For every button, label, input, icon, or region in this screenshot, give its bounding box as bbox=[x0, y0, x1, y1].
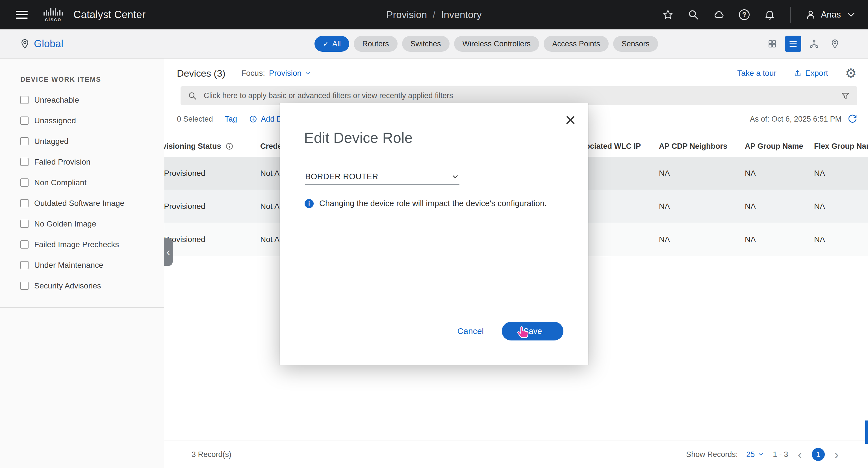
edit-device-role-dialog: × Edit Device Role BORDER ROUTER i Chang… bbox=[280, 103, 588, 365]
show-records-label: Show Records: bbox=[686, 450, 738, 459]
search-placeholder: Click here to apply basic or advanced fi… bbox=[204, 91, 453, 100]
checkbox[interactable] bbox=[20, 178, 29, 187]
checkbox[interactable] bbox=[20, 96, 29, 104]
help-question-glyph: ? bbox=[739, 9, 750, 20]
work-item-outdated-software-image[interactable]: Outdated Software Image bbox=[20, 193, 164, 213]
focus-dropdown[interactable]: Provision bbox=[269, 69, 311, 78]
current-page-button[interactable]: 1 bbox=[812, 448, 825, 461]
filter-search-input[interactable]: Click here to apply basic or advanced fi… bbox=[181, 86, 857, 105]
work-item-failed-image-prechecks[interactable]: Failed Image Prechecks bbox=[20, 234, 164, 255]
cloud-icon[interactable] bbox=[712, 8, 725, 21]
cell-flex-group-name: NA bbox=[814, 223, 825, 256]
refresh-icon[interactable] bbox=[848, 114, 857, 124]
export-button[interactable]: Export bbox=[794, 69, 828, 78]
cancel-button[interactable]: Cancel bbox=[458, 326, 484, 336]
info-icon[interactable] bbox=[225, 142, 234, 150]
column-label: Provisioning Status bbox=[164, 142, 221, 151]
filter-pill-sensors[interactable]: Sensors bbox=[613, 36, 658, 52]
breadcrumb-provision[interactable]: Provision bbox=[386, 9, 427, 20]
site-selector-global[interactable]: Global bbox=[20, 38, 63, 50]
breadcrumb-separator: / bbox=[433, 9, 435, 20]
search-icon[interactable] bbox=[687, 8, 700, 21]
notifications-bell-icon[interactable] bbox=[763, 8, 776, 21]
checkbox[interactable] bbox=[20, 199, 29, 207]
filter-pill-label: All bbox=[332, 39, 341, 48]
chevron-down-icon bbox=[451, 173, 459, 181]
next-page-icon[interactable]: › bbox=[833, 448, 840, 461]
filter-pill-access-points[interactable]: Access Points bbox=[544, 36, 609, 52]
info-icon: i bbox=[305, 199, 314, 208]
cell-ap-group-name: NA bbox=[745, 157, 756, 190]
take-a-tour-link[interactable]: Take a tour bbox=[737, 69, 776, 78]
dialog-info-message: i Changing the device role will impact t… bbox=[305, 199, 547, 208]
column-label: AP Group Name bbox=[745, 142, 803, 151]
list-view-icon[interactable] bbox=[785, 36, 801, 52]
column-provisioning-status[interactable]: Provisioning Status bbox=[164, 136, 234, 157]
grid-view-icon[interactable] bbox=[764, 36, 780, 52]
work-item-non-compliant[interactable]: Non Compliant bbox=[20, 172, 164, 193]
scrollbar-thumb[interactable] bbox=[865, 420, 868, 444]
column-flex-group-name[interactable]: Flex Group Name bbox=[814, 136, 868, 157]
cell-provisioning-status: Not Provisioned bbox=[164, 157, 206, 190]
topology-view-icon[interactable] bbox=[806, 36, 822, 52]
export-icon bbox=[794, 69, 802, 78]
column-ap-cdp-neighbors[interactable]: AP CDP Neighbors bbox=[659, 136, 727, 157]
work-item-label: Unreachable bbox=[34, 95, 79, 105]
menu-icon[interactable] bbox=[16, 8, 28, 21]
dialog-actions: Cancel Save bbox=[458, 322, 563, 341]
checkbox[interactable] bbox=[20, 220, 29, 228]
save-button[interactable]: Save bbox=[502, 322, 563, 341]
close-icon[interactable]: × bbox=[565, 111, 576, 129]
device-role-select[interactable]: BORDER ROUTER bbox=[305, 169, 459, 185]
filter-pill-switches[interactable]: Switches bbox=[402, 36, 450, 52]
dialog-title: Edit Device Role bbox=[304, 129, 412, 146]
column-ap-group-name[interactable]: AP Group Name bbox=[745, 136, 803, 157]
filter-pill-label: Wireless Controllers bbox=[463, 39, 531, 48]
work-item-label: Unassigned bbox=[34, 116, 76, 125]
star-icon[interactable] bbox=[661, 8, 675, 21]
work-item-unreachable[interactable]: Unreachable bbox=[20, 90, 164, 110]
filter-pill-label: Sensors bbox=[622, 39, 650, 48]
cell-provisioning-status: Not Provisioned bbox=[164, 190, 206, 223]
filter-funnel-icon[interactable] bbox=[841, 91, 850, 100]
record-range: 1 - 3 bbox=[773, 450, 788, 459]
chevron-down-icon bbox=[304, 70, 311, 77]
filter-pill-all[interactable]: ✓ All bbox=[314, 36, 349, 52]
work-items-list: Unreachable Unassigned Untagged Failed P… bbox=[20, 90, 164, 296]
checkbox[interactable] bbox=[20, 117, 29, 125]
cell-ap-cdp-neighbors: NA bbox=[659, 223, 670, 256]
user-menu[interactable]: Anas bbox=[805, 9, 857, 20]
work-item-untagged[interactable]: Untagged bbox=[20, 131, 164, 152]
work-item-unassigned[interactable]: Unassigned bbox=[20, 110, 164, 131]
work-item-security-advisories[interactable]: Security Advisories bbox=[20, 275, 164, 296]
map-view-icon[interactable] bbox=[827, 36, 843, 52]
filter-pill-routers[interactable]: Routers bbox=[354, 36, 398, 52]
page-title: Devices (3) bbox=[177, 68, 225, 79]
devices-header: Devices (3) Focus: Provision Take a tour… bbox=[177, 64, 857, 82]
work-item-no-golden-image[interactable]: No Golden Image bbox=[20, 213, 164, 234]
view-toggles bbox=[764, 36, 843, 52]
work-item-label: Failed Image Prechecks bbox=[34, 240, 119, 249]
pagination-controls: Show Records: 25 1 - 3 ‹ 1 › bbox=[686, 448, 840, 461]
sidebar-collapse-handle[interactable]: ‹ bbox=[164, 238, 173, 266]
checkbox[interactable] bbox=[20, 137, 29, 145]
filter-pill-wireless-controllers[interactable]: Wireless Controllers bbox=[454, 36, 539, 52]
tag-button[interactable]: Tag bbox=[225, 115, 237, 123]
location-pin-icon bbox=[20, 39, 30, 49]
breadcrumb: Provision / Inventory bbox=[386, 9, 482, 20]
checkbox[interactable] bbox=[20, 261, 29, 269]
checkbox[interactable] bbox=[20, 282, 29, 290]
previous-page-icon[interactable]: ‹ bbox=[797, 448, 803, 461]
gear-icon[interactable]: ⚙ bbox=[845, 67, 857, 80]
work-item-label: Outdated Software Image bbox=[34, 199, 124, 208]
filter-pill-label: Switches bbox=[410, 39, 441, 48]
page-size-select[interactable]: 25 bbox=[746, 450, 764, 459]
help-icon[interactable]: ? bbox=[738, 8, 751, 21]
breadcrumb-inventory[interactable]: Inventory bbox=[441, 9, 482, 20]
page-size-value: 25 bbox=[746, 450, 755, 459]
work-item-under-maintenance[interactable]: Under Maintenance bbox=[20, 255, 164, 275]
checkbox[interactable] bbox=[20, 158, 29, 166]
checkbox[interactable] bbox=[20, 240, 29, 248]
work-item-failed-provision[interactable]: Failed Provision bbox=[20, 152, 164, 172]
info-text: Changing the device role will impact the… bbox=[319, 199, 547, 208]
